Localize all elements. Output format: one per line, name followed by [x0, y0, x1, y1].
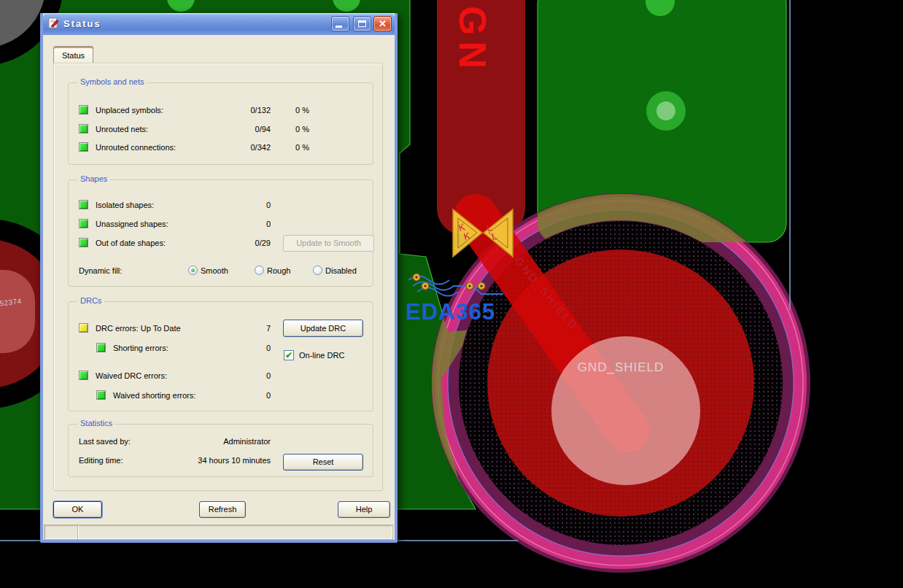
group-statistics: Statistics Last saved by: Administrator …: [68, 424, 373, 477]
status-light-drc-errors[interactable]: [79, 323, 88, 333]
row-value: 0/342: [211, 143, 271, 152]
update-drc-button[interactable]: Update DRC: [283, 320, 363, 337]
via-center: [656, 101, 675, 120]
row-label: Unplaced symbols:: [96, 106, 163, 115]
pad-net-label: GND_SHIELD: [578, 360, 664, 374]
row-label: DRC errors: Up To Date: [96, 324, 181, 333]
status-light-isolated-shapes[interactable]: [79, 200, 88, 209]
title-bar[interactable]: Status ✕: [43, 13, 395, 35]
status-light-shorting-errors[interactable]: [96, 343, 106, 352]
group-title: Shapes: [77, 174, 110, 183]
row-value: 7: [225, 324, 271, 333]
net-label-gnd: GN: [452, 6, 494, 74]
status-light-unassigned-shapes[interactable]: [79, 219, 88, 228]
row-value: 0: [211, 220, 271, 228]
refresh-button[interactable]: Refresh: [199, 501, 246, 518]
row-value: 0: [225, 391, 271, 400]
group-drcs: DRCs DRC errors: Up To Date 7 Update DRC…: [68, 301, 373, 411]
dialog-client: Status Symbols and nets Unplaced symbols…: [43, 35, 395, 540]
svg-text:EDA365: EDA365: [406, 299, 495, 325]
status-light-waived-drc-errors[interactable]: [79, 371, 88, 380]
last-saved-value: Administrator: [168, 437, 271, 446]
row-value: 0: [211, 201, 271, 209]
reset-button[interactable]: Reset: [283, 454, 363, 471]
editing-time-label: Editing time:: [79, 456, 123, 465]
last-saved-label: Last saved by:: [79, 437, 131, 446]
close-button[interactable]: ✕: [373, 16, 392, 31]
dialog-status-bar: [44, 525, 393, 540]
row-percent: 0 %: [295, 125, 309, 134]
row-percent: 0 %: [295, 143, 309, 152]
radio-label-rough: Rough: [267, 266, 290, 275]
row-label: Isolated shapes:: [96, 201, 154, 209]
screen: 6852374 GN GND_SHIELD GND_SHIELD: [0, 0, 903, 588]
row-label: Out of date shapes:: [96, 239, 166, 247]
status-dialog: Status ✕ Status Symbols and nets Unplace…: [40, 13, 398, 543]
group-title: DRCs: [77, 296, 104, 305]
row-percent: 0 %: [295, 106, 309, 115]
minimize-icon: [336, 26, 342, 28]
radio-disabled[interactable]: [313, 266, 322, 275]
pad-center-highlight: [551, 336, 700, 485]
minimize-button[interactable]: [331, 16, 349, 31]
group-title: Statistics: [77, 419, 115, 428]
row-value: 0/29: [211, 239, 271, 247]
row-label: Waived shorting errors:: [113, 391, 195, 400]
ok-button[interactable]: OK: [53, 501, 102, 518]
row-value: 0/94: [211, 125, 271, 134]
group-symbols-and-nets: Symbols and nets Unplaced symbols: 0/132…: [68, 82, 373, 165]
online-drc-checkbox[interactable]: ✔: [284, 350, 294, 360]
check-icon: ✔: [285, 350, 292, 360]
radio-label-disabled: Disabled: [325, 266, 357, 275]
maximize-button[interactable]: [353, 16, 371, 31]
row-label: Unrouted nets:: [96, 125, 148, 134]
window-title: Status: [63, 18, 101, 29]
status-bar-cell: [44, 525, 78, 539]
status-light-unrouted-nets[interactable]: [79, 124, 88, 134]
maximize-icon: [358, 20, 366, 27]
row-label: Waived DRC errors:: [96, 371, 167, 380]
group-shapes: Shapes Isolated shapes: 0 Unassigned sha…: [68, 179, 373, 287]
dynamic-fill-label: Dynamic fill:: [79, 266, 122, 275]
close-icon: ✕: [379, 18, 387, 29]
row-label: Unassigned shapes:: [96, 220, 168, 228]
radio-smooth[interactable]: [188, 266, 198, 275]
status-light-waived-shorting-errors[interactable]: [96, 390, 106, 400]
row-value: 0: [225, 371, 271, 380]
editing-time-value: 34 hours 10 minutes: [168, 456, 271, 465]
row-value: 0: [225, 344, 271, 352]
online-drc-label: On-line DRC: [299, 351, 344, 360]
status-light-unrouted-connections[interactable]: [79, 142, 88, 152]
status-light-unplaced-symbols[interactable]: [79, 105, 88, 115]
app-icon: [48, 18, 60, 29]
radio-label-smooth: Smooth: [201, 266, 228, 275]
radio-dot: [191, 268, 195, 272]
row-label: Shorting errors:: [113, 344, 168, 352]
status-light-out-of-date-shapes[interactable]: [79, 238, 88, 247]
row-value: 0/132: [211, 106, 271, 115]
update-to-smooth-button[interactable]: Update to Smooth: [283, 235, 374, 252]
help-button[interactable]: Help: [338, 501, 390, 518]
row-label: Unrouted connections:: [96, 143, 176, 152]
radio-rough[interactable]: [255, 266, 264, 275]
tab-status[interactable]: Status: [53, 46, 93, 63]
group-title: Symbols and nets: [77, 77, 147, 86]
